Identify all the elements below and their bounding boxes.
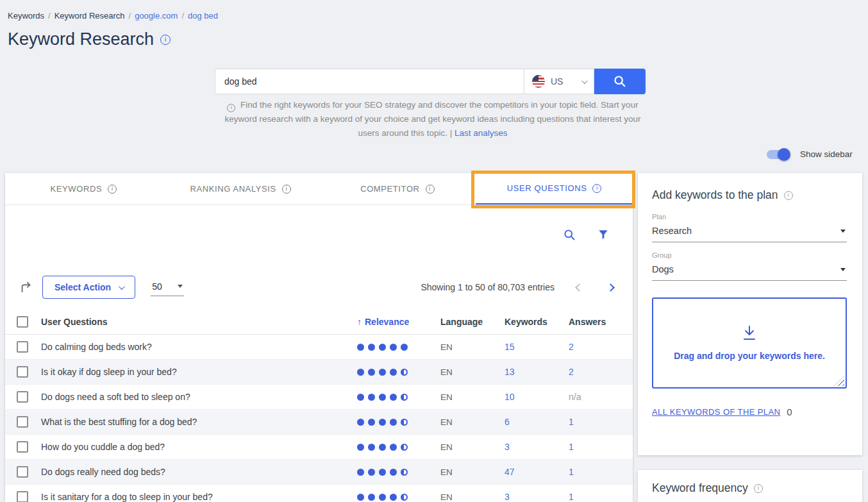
answers-link[interactable]: 1: [569, 442, 574, 452]
all-keywords-link[interactable]: ALL KEYWORDS OF THE PLAN: [652, 407, 780, 417]
header-relevance-label: Relevance: [365, 317, 409, 327]
tab-keywords[interactable]: KEYWORDS: [5, 173, 162, 205]
search-button[interactable]: [594, 69, 646, 94]
export-button[interactable]: [19, 280, 33, 294]
breadcrumb-separator: /: [48, 11, 51, 21]
answers-link[interactable]: 2: [569, 367, 574, 377]
relevance-dots: [357, 469, 408, 476]
breadcrumb-separator: /: [181, 11, 184, 21]
language-cell: EN: [440, 442, 505, 452]
help-text: Find the right keywords for your SEO str…: [213, 98, 652, 140]
tab-label: RANKING ANALYSIS: [190, 184, 276, 194]
country-code: US: [551, 76, 576, 87]
pagination-status: Showing 1 to 50 of 80,703 entries: [421, 282, 555, 292]
keywords-link[interactable]: 3: [505, 442, 510, 452]
question-cell[interactable]: What is the best stuffing for a dog bed?: [41, 417, 357, 427]
previous-page-button[interactable]: [575, 283, 583, 292]
breadcrumb-keyword[interactable]: dog bed: [188, 11, 218, 21]
dropzone-text: Drag and drop your keywords here.: [674, 351, 825, 361]
filter-button[interactable]: [597, 228, 610, 242]
help-divider: |: [450, 128, 453, 138]
row-checkbox[interactable]: [17, 441, 28, 453]
tab-competitor[interactable]: COMPETITOR: [319, 173, 476, 205]
select-action-label: Select Action: [54, 282, 111, 292]
keywords-link[interactable]: 10: [505, 392, 515, 402]
table-toolbar: Select Action 50 Showing 1 to 50 of 80,7…: [5, 274, 633, 300]
search-icon: [563, 228, 576, 242]
keyword-dropzone[interactable]: Drag and drop your keywords here.: [652, 297, 847, 389]
keywords-link[interactable]: 3: [505, 492, 510, 502]
plan-select[interactable]: Research: [652, 221, 847, 242]
row-checkbox[interactable]: [17, 416, 28, 428]
language-cell: EN: [440, 342, 505, 352]
question-cell[interactable]: Do calming dog beds work?: [41, 342, 357, 352]
table-row: Do dogs really need dog beds? EN 47 1: [5, 460, 633, 485]
page-size-value: 50: [152, 281, 162, 292]
question-cell[interactable]: Is it sanitary for a dog to sleep in you…: [41, 492, 357, 502]
row-checkbox[interactable]: [17, 466, 28, 478]
caret-down-icon: [840, 230, 846, 233]
keywords-link[interactable]: 15: [505, 342, 515, 352]
keywords-link[interactable]: 6: [505, 417, 510, 427]
language-cell: EN: [440, 492, 505, 502]
row-checkbox[interactable]: [17, 391, 28, 403]
info-icon: [754, 484, 763, 493]
keyword-search-bar: US: [215, 69, 646, 94]
answers-link[interactable]: 1: [569, 492, 574, 502]
table-row: Is it okay if dog sleep in your bed? EN …: [5, 360, 633, 385]
row-checkbox[interactable]: [17, 366, 28, 378]
header-answers: Answers: [569, 317, 633, 327]
table-row: How do you cuddle a dog bed? EN 3 1: [5, 435, 633, 460]
tab-user-questions[interactable]: USER QUESTIONS: [476, 173, 633, 205]
last-analyses-link[interactable]: Last analyses: [455, 128, 508, 138]
question-cell[interactable]: Is it okay if dog sleep in your bed?: [41, 367, 357, 377]
keywords-link[interactable]: 13: [505, 367, 515, 377]
search-table-button[interactable]: [563, 228, 576, 242]
panel-title: Add keywords to the plan: [652, 188, 847, 202]
relevance-dots: [357, 444, 408, 451]
question-cell[interactable]: Do dogs really need dog beds?: [41, 467, 357, 477]
tab-label: COMPETITOR: [360, 184, 419, 194]
tab-ranking-analysis[interactable]: RANKING ANALYSIS: [162, 173, 319, 205]
panel-title: Keyword frequency: [652, 481, 847, 495]
group-select[interactable]: Dogs: [652, 259, 847, 281]
row-checkbox[interactable]: [17, 491, 28, 502]
breadcrumb-keyword-research[interactable]: Keyword Research: [54, 11, 125, 21]
answers-link[interactable]: n/a: [569, 392, 581, 402]
answers-link[interactable]: 1: [569, 467, 574, 477]
info-icon[interactable]: [160, 35, 171, 45]
answers-link[interactable]: 1: [569, 417, 574, 427]
select-action-button[interactable]: Select Action: [42, 276, 135, 299]
us-flag-icon: [532, 75, 545, 88]
table-body: Do calming dog beds work? EN 15 2 Is it …: [5, 335, 633, 502]
country-select[interactable]: US: [524, 69, 594, 94]
search-icon: [613, 74, 627, 88]
next-page-button[interactable]: [606, 283, 615, 292]
row-checkbox[interactable]: [17, 341, 28, 353]
select-all-checkbox[interactable]: [17, 316, 28, 328]
download-arrow-icon: [740, 325, 759, 342]
page-size-select[interactable]: 50: [151, 279, 184, 296]
help-text-body: Find the right keywords for your SEO str…: [224, 100, 640, 138]
table-row: What is the best stuffing for a dog bed?…: [5, 410, 633, 435]
panel-title-text: Keyword frequency: [652, 481, 748, 495]
keywords-link[interactable]: 47: [505, 467, 515, 477]
question-cell[interactable]: Do dogs need a soft bed to sleep on?: [41, 392, 357, 402]
show-sidebar-label: Show sidebar: [800, 149, 853, 159]
header-keywords: Keywords: [505, 317, 569, 327]
info-icon: [426, 185, 435, 194]
show-sidebar-toggle[interactable]: [767, 150, 789, 159]
header-language: Language: [440, 317, 505, 327]
breadcrumb-domain[interactable]: google.com: [135, 11, 178, 21]
info-icon: [282, 185, 291, 194]
answers-link[interactable]: 2: [569, 342, 574, 352]
add-keywords-panel: Add keywords to the plan Plan Research G…: [638, 173, 862, 455]
header-relevance-sort[interactable]: ↑ Relevance: [357, 317, 409, 327]
keyword-search-input[interactable]: [215, 69, 524, 94]
relevance-dots: [357, 369, 408, 376]
relevance-dots: [357, 419, 408, 426]
tab-label: USER QUESTIONS: [507, 183, 587, 193]
tab-label: KEYWORDS: [51, 184, 103, 194]
question-cell[interactable]: How do you cuddle a dog bed?: [41, 442, 357, 452]
breadcrumb-keywords[interactable]: Keywords: [8, 11, 44, 21]
